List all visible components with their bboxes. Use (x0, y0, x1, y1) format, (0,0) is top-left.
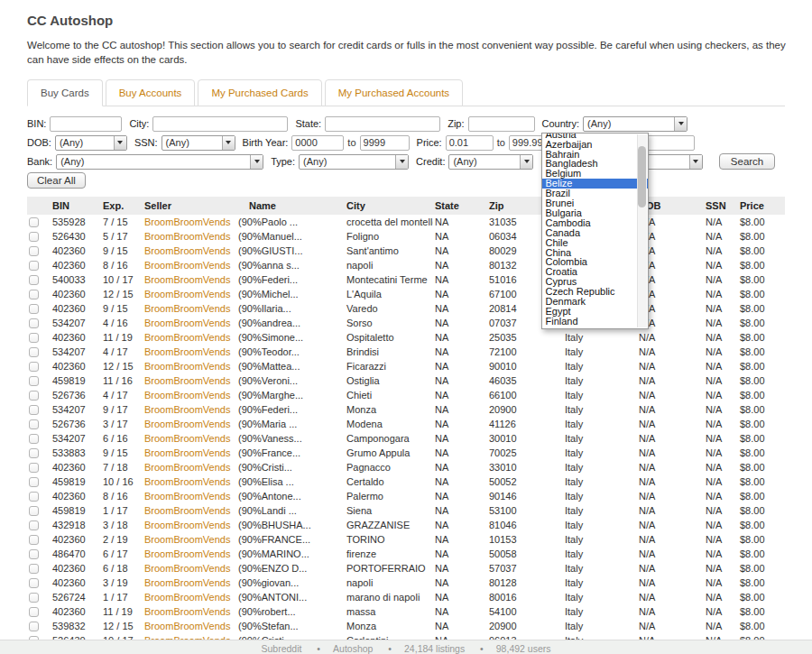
seller-link[interactable]: BroomBroomVends (144, 274, 230, 285)
seller-link[interactable]: BroomBroomVends (144, 375, 230, 386)
seller-link[interactable]: BroomBroomVends (144, 621, 230, 631)
chevron-down-icon[interactable] (520, 155, 532, 169)
row-checkbox[interactable] (29, 304, 39, 314)
seller-link[interactable]: BroomBroomVends (144, 447, 230, 458)
row-checkbox[interactable] (29, 376, 39, 386)
seller-link[interactable]: BroomBroomVends (144, 404, 230, 415)
seller-link[interactable]: BroomBroomVends (144, 289, 230, 299)
seller-link[interactable]: BroomBroomVends (144, 433, 230, 444)
seller-link[interactable]: BroomBroomVends (144, 332, 230, 343)
search-button[interactable]: Search (719, 153, 775, 170)
seller-link[interactable]: BroomBroomVends (144, 548, 230, 559)
seller-link[interactable]: BroomBroomVends (144, 318, 230, 328)
row-checkbox[interactable] (29, 434, 39, 444)
row-checkbox[interactable] (29, 535, 39, 545)
row-checkbox[interactable] (29, 290, 39, 299)
seller-link[interactable]: BroomBroomVends (144, 577, 230, 588)
row-checkbox[interactable] (29, 347, 39, 357)
country-option[interactable]: Azerbaijan (542, 140, 648, 150)
row-checkbox[interactable] (29, 492, 39, 502)
chevron-down-icon[interactable] (674, 117, 687, 131)
tab-buy-cards[interactable]: Buy Cards (27, 79, 103, 106)
tab-my-purchased-cards[interactable]: My Purchased Cards (198, 79, 321, 106)
price-from-input[interactable] (446, 135, 494, 151)
seller-link[interactable]: BroomBroomVends (144, 419, 230, 429)
row-checkbox[interactable] (29, 607, 39, 617)
seller-link[interactable]: BroomBroomVends (144, 260, 230, 271)
name-cell: (90%Federi... (236, 272, 345, 287)
row-checkbox[interactable] (29, 261, 39, 271)
seller-link[interactable]: BroomBroomVends (144, 491, 230, 502)
seller-link[interactable]: BroomBroomVends (144, 390, 230, 401)
row-checkbox[interactable] (29, 419, 39, 429)
seller-link[interactable]: BroomBroomVends (144, 606, 230, 617)
seller-link[interactable]: BroomBroomVends (144, 303, 230, 314)
state-input[interactable] (325, 116, 440, 132)
tab-buy-accounts[interactable]: Buy Accounts (106, 79, 196, 106)
chevron-down-icon[interactable] (222, 136, 235, 150)
row-checkbox[interactable] (29, 246, 39, 256)
row-checkbox[interactable] (29, 549, 39, 559)
row-checkbox[interactable] (29, 217, 39, 227)
footer-stat[interactable]: 98,492 users (467, 643, 550, 654)
country-option[interactable]: Chile (542, 238, 648, 248)
birth-year-to-input[interactable] (360, 135, 410, 151)
tab-my-purchased-accounts[interactable]: My Purchased Accounts (325, 79, 463, 106)
type-select[interactable]: (Any) (299, 154, 409, 170)
row-checkbox[interactable] (29, 622, 39, 631)
row-checkbox[interactable] (29, 391, 39, 401)
city-cell: Ospitaletto (345, 330, 433, 345)
seller-link[interactable]: BroomBroomVends (144, 476, 230, 487)
dropdown-scrollbar-track[interactable] (637, 134, 647, 327)
seller-link[interactable]: BroomBroomVends (144, 505, 230, 516)
seller-link[interactable]: BroomBroomVends (144, 231, 230, 242)
price-cell: $8.00 (738, 215, 785, 229)
city-input[interactable] (152, 116, 288, 132)
row-checkbox[interactable] (29, 333, 39, 343)
credit-select[interactable]: (Any) (448, 154, 533, 170)
row-checkbox[interactable] (29, 405, 39, 415)
row-checkbox[interactable] (29, 578, 39, 588)
chevron-down-icon[interactable] (250, 155, 263, 169)
state-cell: NA (433, 388, 487, 402)
row-checkbox[interactable] (29, 448, 39, 458)
ssn-select[interactable]: (Any) (161, 135, 235, 151)
seller-link[interactable]: BroomBroomVends (144, 563, 230, 574)
seller-link[interactable]: BroomBroomVends (144, 361, 230, 372)
seller-link[interactable]: BroomBroomVends (144, 592, 230, 603)
country-option[interactable]: Finland (542, 317, 648, 327)
table-header-row: BIN Exp. Seller Name City State Zip Coun… (27, 197, 785, 215)
footer-stat[interactable]: Autoshop (304, 643, 373, 654)
seller-link[interactable]: BroomBroomVends (144, 534, 230, 545)
dropdown-scrollbar-thumb[interactable] (638, 146, 646, 207)
seller-link[interactable]: BroomBroomVends (144, 520, 230, 530)
footer-stat[interactable]: Subreddit (261, 643, 301, 654)
row-checkbox[interactable] (29, 463, 39, 473)
ssn-select-value: (Any) (162, 137, 193, 148)
row-checkbox[interactable] (29, 506, 39, 516)
zip-input[interactable] (468, 116, 535, 132)
row-checkbox[interactable] (29, 275, 39, 285)
country-select[interactable]: (Any) (583, 116, 687, 132)
chevron-down-icon[interactable] (114, 136, 126, 150)
row-checkbox[interactable] (29, 477, 39, 487)
row-checkbox[interactable] (29, 520, 39, 530)
bin-input[interactable] (50, 116, 122, 132)
birth-year-from-input[interactable] (291, 135, 344, 151)
row-checkbox[interactable] (29, 232, 39, 242)
seller-link[interactable]: BroomBroomVends (144, 245, 230, 256)
bin-cell: 402360 (51, 301, 101, 316)
row-checkbox[interactable] (29, 564, 39, 574)
clear-all-button[interactable]: Clear All (27, 172, 86, 189)
bank-select[interactable]: (Any) (56, 154, 263, 170)
chevron-down-icon[interactable] (689, 155, 702, 169)
row-checkbox[interactable] (29, 593, 39, 603)
seller-link[interactable]: BroomBroomVends (144, 462, 230, 473)
seller-link[interactable]: BroomBroomVends (144, 346, 230, 357)
chevron-down-icon[interactable] (395, 155, 408, 169)
row-checkbox[interactable] (29, 362, 39, 372)
seller-link[interactable]: BroomBroomVends (144, 216, 230, 227)
row-checkbox[interactable] (29, 318, 39, 328)
dob-select[interactable]: (Any) (55, 135, 127, 151)
footer-stat[interactable]: 24,184 listings (375, 643, 465, 654)
